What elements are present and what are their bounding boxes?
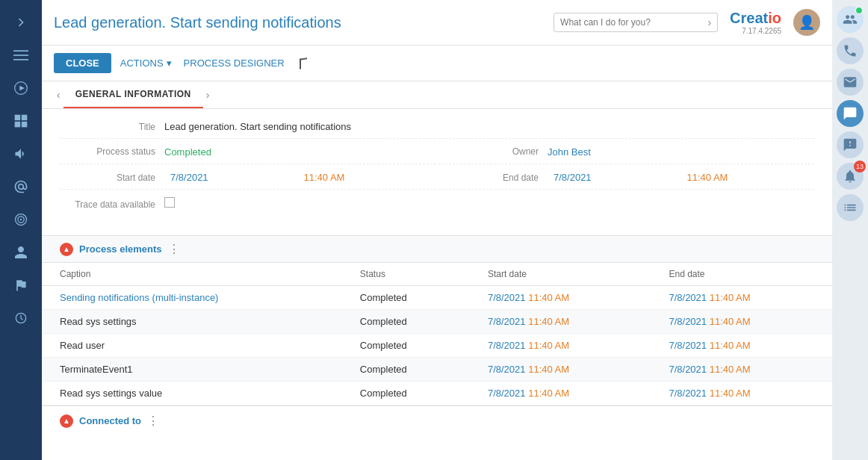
logo-io: io <box>768 10 781 26</box>
col-start-date: Start date <box>470 263 651 286</box>
svg-point-11 <box>20 219 22 221</box>
search-arrow-icon: › <box>707 16 711 28</box>
cell-status: Completed <box>342 358 470 382</box>
svg-rect-7 <box>15 122 21 128</box>
logo: Creatio <box>730 10 781 27</box>
cell-caption: Read sys settings value <box>42 382 342 405</box>
version: 7.17.4.2265 <box>742 27 781 35</box>
connected-to-section-header: ▲ Connected to ⋮ <box>42 405 832 435</box>
svg-marker-4 <box>19 86 25 91</box>
logo-creat: Creat <box>730 10 768 26</box>
sidebar-user[interactable] <box>6 237 36 267</box>
process-elements-tbody: Sending notifications (multi-instance)Co… <box>42 286 832 405</box>
svg-rect-8 <box>22 122 28 128</box>
process-designer-button[interactable]: PROCESS DESIGNER <box>181 53 288 73</box>
process-elements-table: Caption Status Start date End date Sendi… <box>42 263 832 405</box>
sidebar-play[interactable] <box>6 73 36 103</box>
cell-end-date: 7/8/2021 11:40 AM <box>651 382 832 405</box>
close-button[interactable]: CLOSE <box>54 53 111 73</box>
cell-status: Completed <box>342 334 470 358</box>
cursor-icon <box>300 58 307 69</box>
right-sidebar: 13 <box>832 0 868 460</box>
right-btn-mail[interactable] <box>837 69 864 96</box>
process-elements-section-header: ▲ Process elements ⋮ <box>42 235 832 263</box>
cell-caption: Read sys settings <box>42 310 342 334</box>
search-box[interactable]: › <box>554 13 718 32</box>
left-sidebar <box>0 0 42 460</box>
sidebar-grid[interactable] <box>6 106 36 136</box>
col-status: Status <box>342 263 470 286</box>
end-date-value: 7/8/2021 <box>554 172 681 183</box>
tab-general-information[interactable]: GENERAL INFORMATION <box>63 81 203 108</box>
sidebar-flag[interactable] <box>6 270 36 300</box>
status-owner-row: Process status Completed Owner John Best <box>60 146 814 164</box>
trace-checkbox[interactable] <box>164 197 175 208</box>
right-btn-chat[interactable] <box>837 100 864 127</box>
dropdown-icon: ▾ <box>167 58 172 69</box>
right-btn-support[interactable] <box>837 131 864 158</box>
cell-status: Completed <box>342 286 470 310</box>
page-title: Lead generation. Start sending notificat… <box>54 14 542 31</box>
cell-start-date: 7/8/2021 11:40 AM <box>470 334 651 358</box>
process-elements-title: Process elements <box>79 243 162 255</box>
right-btn-list[interactable] <box>837 194 864 221</box>
tab-next-button[interactable]: › <box>203 86 213 104</box>
search-input[interactable] <box>560 17 707 28</box>
end-time-value: 11:40 AM <box>687 172 815 183</box>
sidebar-megaphone[interactable] <box>6 139 36 169</box>
section-menu-button[interactable]: ⋮ <box>168 242 182 256</box>
svg-rect-2 <box>13 59 28 60</box>
start-time-value: 11:40 AM <box>304 172 432 183</box>
cell-caption: TerminateEvent1 <box>42 358 342 382</box>
section-toggle-button[interactable]: ▲ <box>60 243 73 256</box>
right-btn-notifications[interactable]: 13 <box>837 163 864 190</box>
cell-start-date: 7/8/2021 11:40 AM <box>470 358 651 382</box>
process-status-value: Completed <box>164 146 431 158</box>
cell-end-date: 7/8/2021 11:40 AM <box>651 358 832 382</box>
connected-section-menu[interactable]: ⋮ <box>147 414 161 428</box>
actions-button[interactable]: ACTIONS ▾ <box>117 53 175 73</box>
owner-value[interactable]: John Best <box>548 146 814 158</box>
title-label: Title <box>60 122 164 132</box>
table-row: Read sys settingsCompleted7/8/2021 11:40… <box>42 310 832 334</box>
trace-label: Trace data available <box>60 199 164 210</box>
header: Lead generation. Start sending notificat… <box>42 0 832 46</box>
sidebar-expand[interactable] <box>6 7 36 37</box>
cell-status: Completed <box>342 382 470 405</box>
form-section: Title Lead generation. Start sending not… <box>42 109 832 235</box>
logo-area: Creatio 7.17.4.2265 <box>730 10 781 35</box>
cell-status: Completed <box>342 310 470 334</box>
table-row: Read userCompleted7/8/2021 11:40 AM7/8/2… <box>42 334 832 358</box>
owner-label: Owner <box>443 146 548 158</box>
table-header-row: Caption Status Start date End date <box>42 263 832 286</box>
cell-start-date: 7/8/2021 11:40 AM <box>470 310 651 334</box>
cell-end-date: 7/8/2021 11:40 AM <box>651 310 832 334</box>
end-date-label: End date <box>443 172 548 183</box>
notification-badge: 13 <box>854 161 866 172</box>
cell-caption[interactable]: Sending notifications (multi-instance) <box>42 286 342 310</box>
right-btn-phone[interactable] <box>837 37 864 64</box>
sidebar-target[interactable] <box>6 205 36 234</box>
connected-section-toggle[interactable]: ▲ <box>60 414 73 428</box>
tab-prev-button[interactable]: ‹ <box>54 86 63 104</box>
title-value: Lead generation. Start sending notificat… <box>164 121 814 132</box>
svg-rect-1 <box>13 55 28 56</box>
dates-row: Start date 7/8/2021 11:40 AM End date 7/… <box>60 172 814 190</box>
right-btn-users[interactable] <box>837 6 864 33</box>
table-row: TerminateEvent1Completed7/8/2021 11:40 A… <box>42 358 832 382</box>
table-row: Sending notifications (multi-instance)Co… <box>42 286 832 310</box>
trace-checkbox-wrapper <box>164 197 175 208</box>
cell-end-date: 7/8/2021 11:40 AM <box>651 286 832 310</box>
sidebar-menu[interactable] <box>6 40 36 70</box>
start-date-label: Start date <box>60 172 164 183</box>
title-row: Title Lead generation. Start sending not… <box>60 121 814 139</box>
process-status-label: Process status <box>60 146 164 158</box>
col-caption: Caption <box>42 263 342 286</box>
main-content: Lead generation. Start sending notificat… <box>42 0 832 460</box>
cell-start-date: 7/8/2021 11:40 AM <box>470 286 651 310</box>
content-area: Title Lead generation. Start sending not… <box>42 109 832 460</box>
avatar: 👤 <box>793 9 820 36</box>
col-end-date: End date <box>651 263 832 286</box>
sidebar-circle[interactable] <box>6 303 36 333</box>
sidebar-at[interactable] <box>6 172 36 202</box>
